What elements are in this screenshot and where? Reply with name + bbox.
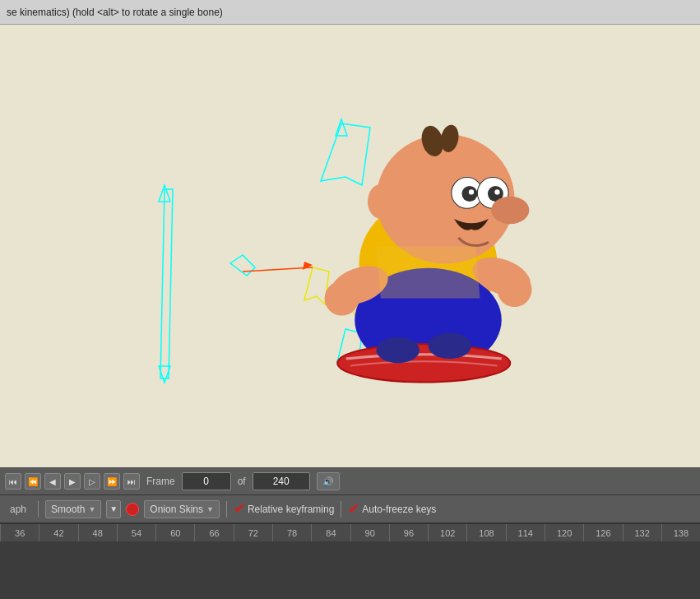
status-text: se kinematics) (hold <alt> to rotate a s… [7, 7, 223, 18]
ruler-tick: 114 [506, 524, 545, 541]
ruler-tick: 78 [272, 524, 311, 541]
ruler-tick: 108 [466, 524, 505, 541]
record-button[interactable] [126, 503, 139, 516]
divider-3 [341, 501, 341, 518]
auto-freeze-keys-label: Auto-freeze keys [362, 504, 436, 515]
play-button[interactable]: ▶ [64, 473, 81, 490]
step-forward-button[interactable]: ▷ [84, 473, 100, 490]
ruler-numbers: 3642485460667278849096102108114120126132… [0, 524, 700, 541]
svg-point-29 [324, 281, 359, 316]
auto-freeze-keys-checkbox[interactable]: ✔ Auto-freeze keys [348, 501, 436, 517]
go-to-end-button[interactable]: ⏭ [123, 473, 140, 490]
ruler-tick: 102 [428, 524, 466, 541]
canvas-area [0, 25, 700, 467]
character-container [247, 65, 592, 413]
ruler-tick: 138 [661, 524, 700, 541]
next-keyframe-button[interactable]: ⏩ [104, 473, 120, 490]
ruler-tick: 54 [117, 524, 155, 541]
onion-skins-dropdown[interactable]: Onion Skins ▼ [144, 500, 220, 518]
svg-point-30 [497, 272, 531, 307]
svg-point-33 [428, 333, 471, 360]
status-bar: se kinematics) (hold <alt> to rotate a s… [0, 0, 700, 25]
divider-1 [38, 501, 39, 518]
ruler-tick: 96 [389, 524, 428, 541]
ruler-tick: 42 [39, 524, 77, 541]
onion-skins-label: Onion Skins [150, 504, 203, 515]
ruler-tick: 72 [234, 524, 272, 541]
smooth-arrow: ▼ [88, 505, 95, 513]
svg-marker-1 [159, 185, 170, 202]
svg-marker-0 [160, 189, 173, 378]
ruler-tick: 36 [0, 524, 39, 541]
options-bar: aph Smooth ▼ ▼ Onion Skins ▼ ✔ Relative … [0, 495, 700, 523]
graph-label: aph [5, 504, 31, 515]
svg-point-31 [337, 344, 510, 382]
ruler-tick: 84 [311, 524, 350, 541]
smooth-dropdown[interactable]: Smooth ▼ [45, 500, 101, 518]
timeline-ruler: 3642485460667278849096102108114120126132… [0, 523, 700, 541]
ruler-tick: 48 [78, 524, 117, 541]
character-svg [247, 65, 592, 411]
ruler-tick: 66 [194, 524, 233, 541]
ruler-tick: 126 [583, 524, 622, 541]
step-back-button[interactable]: ◀ [44, 473, 61, 490]
ruler-tick: 120 [545, 524, 583, 541]
onion-skins-arrow: ▼ [206, 505, 214, 513]
smooth-extra-button[interactable]: ▼ [106, 500, 121, 518]
ruler-tick: 90 [350, 524, 389, 541]
divider-2 [226, 501, 227, 518]
smooth-label: Smooth [51, 504, 85, 515]
ruler-tick: 60 [155, 524, 194, 541]
frame-input[interactable] [182, 472, 231, 490]
total-frames-input[interactable] [253, 472, 310, 490]
go-to-start-button[interactable]: ⏮ [5, 473, 21, 490]
sound-button[interactable]: 🔊 [317, 472, 340, 490]
prev-keyframe-button[interactable]: ⏪ [25, 473, 41, 490]
relative-keyframing-checkbox[interactable]: ✔ Relative keyframing [234, 501, 334, 517]
auto-freeze-check-icon: ✔ [348, 501, 359, 517]
svg-point-26 [368, 184, 394, 219]
svg-point-25 [491, 197, 529, 225]
svg-point-32 [376, 337, 420, 364]
relative-keyframing-check-icon: ✔ [234, 501, 244, 517]
ruler-tick: 132 [623, 524, 661, 541]
svg-marker-2 [159, 366, 170, 383]
svg-point-23 [468, 189, 473, 194]
relative-keyframing-label: Relative keyframing [248, 504, 334, 515]
of-label: of [238, 476, 246, 487]
frame-label: Frame [146, 476, 175, 487]
transport-bar: ⏮ ⏪ ◀ ▶ ▷ ⏩ ⏭ Frame of 🔊 [0, 467, 700, 495]
svg-point-24 [494, 189, 499, 194]
